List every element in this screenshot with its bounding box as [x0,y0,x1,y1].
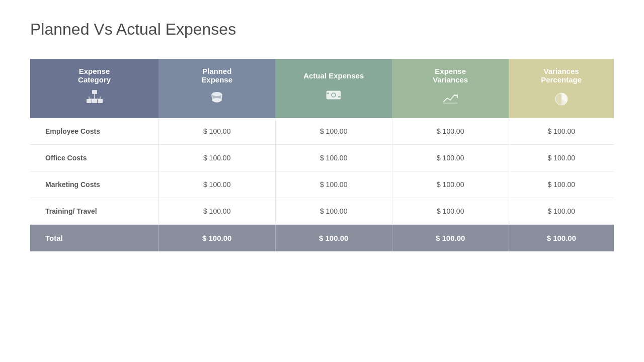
variances-icon [402,89,499,110]
row-label: Training/ Travel [30,198,158,225]
footer-row: Total $ 100.00 $ 100.00 $ 100.00 $ 100.0… [30,225,614,252]
row-percentage: $ 100.00 [509,145,614,171]
footer-planned: $ 100.00 [158,225,275,252]
svg-rect-15 [338,96,341,98]
svg-rect-2 [92,99,97,103]
planned-icon [169,89,265,110]
row-label: Office Costs [30,145,158,171]
footer-percentage: $ 100.00 [509,225,614,252]
row-percentage: $ 100.00 [509,118,614,145]
col-header-planned-label: PlannedExpense [201,67,232,84]
col-header-variances: ExpenseVariances [392,59,509,118]
table-footer: Total $ 100.00 $ 100.00 $ 100.00 $ 100.0… [30,225,614,252]
row-planned: $ 100.00 [158,118,275,145]
table-row: Training/ Travel$ 100.00$ 100.00$ 100.00… [30,198,614,225]
svg-rect-3 [98,99,103,103]
category-icon [40,89,148,110]
row-variances: $ 100.00 [392,171,509,198]
col-header-category-label: ExpenseCategory [78,67,111,84]
row-actual: $ 100.00 [275,145,392,171]
row-percentage: $ 100.00 [509,198,614,225]
col-header-category: ExpenseCategory [30,59,158,118]
svg-rect-12 [327,91,341,99]
svg-rect-10 [212,94,222,100]
row-label: Marketing Costs [30,171,158,198]
svg-rect-14 [327,93,329,94]
row-planned: $ 100.00 [158,145,275,171]
table-row: Employee Costs$ 100.00$ 100.00$ 100.00$ … [30,118,614,145]
svg-rect-0 [92,90,97,94]
page-title: Planned Vs Actual Expenses [30,20,614,39]
row-percentage: $ 100.00 [509,171,614,198]
footer-variances: $ 100.00 [392,225,509,252]
col-header-actual-label: Actual Expenses [303,71,364,80]
footer-label: Total [30,225,158,252]
row-planned: $ 100.00 [158,171,275,198]
table-body: Employee Costs$ 100.00$ 100.00$ 100.00$ … [30,118,614,225]
row-label: Employee Costs [30,118,158,145]
row-variances: $ 100.00 [392,145,509,171]
table-row: Marketing Costs$ 100.00$ 100.00$ 100.00$… [30,171,614,198]
svg-rect-1 [87,99,92,103]
table-row: Office Costs$ 100.00$ 100.00$ 100.00$ 10… [30,145,614,171]
row-planned: $ 100.00 [158,198,275,225]
table-header-row: ExpenseCategory [30,59,614,118]
col-header-planned: PlannedExpense [158,59,275,118]
row-variances: $ 100.00 [392,118,509,145]
row-actual: $ 100.00 [275,171,392,198]
row-actual: $ 100.00 [275,198,392,225]
col-header-actual: Actual Expenses [275,59,392,118]
actual-icon [285,85,382,106]
col-header-variances-label: ExpenseVariances [433,67,468,84]
expense-table: ExpenseCategory [30,59,614,251]
percentage-icon [519,89,604,110]
col-header-percentage: VariancesPercentage [509,59,614,118]
row-variances: $ 100.00 [392,198,509,225]
col-header-percentage-label: VariancesPercentage [541,67,582,84]
footer-actual: $ 100.00 [275,225,392,252]
page-container: Planned Vs Actual Expenses ExpenseCatego… [0,0,644,272]
row-actual: $ 100.00 [275,118,392,145]
